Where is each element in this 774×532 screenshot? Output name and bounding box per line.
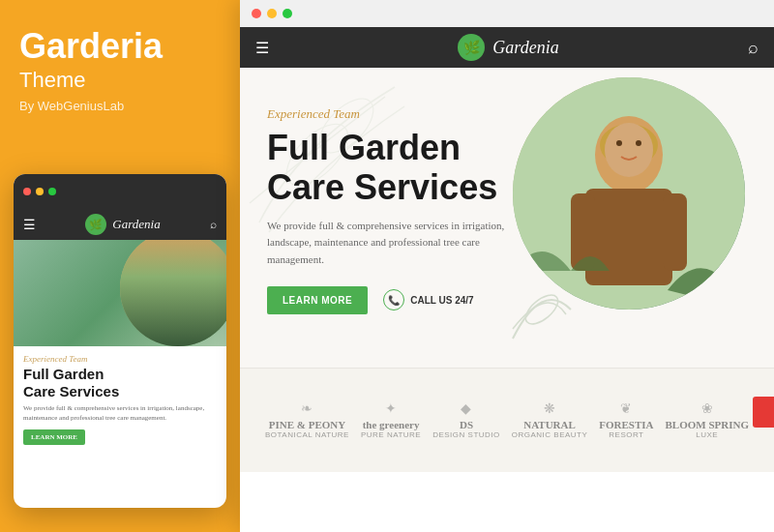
hero-text-area: Experienced Team Full GardenCare Service…: [267, 106, 538, 314]
brand-main-text-1: the greenery: [363, 419, 420, 430]
brand-deco-0: ❧: [301, 400, 313, 417]
hamburger-icon[interactable]: ☰: [23, 217, 36, 233]
hero-paragraph: We provide full & comprehensive services…: [267, 218, 519, 269]
brand-deco-2: ◆: [461, 400, 471, 417]
hero-bottom-leaf: [503, 271, 580, 348]
brand-item-0: ❧ PINE & PEONY BOTANICAL NATURE: [265, 400, 349, 440]
desktop-logo-text: Gardenia: [492, 38, 558, 58]
svg-rect-6: [663, 193, 687, 271]
desktop-dot-green: [283, 9, 292, 18]
person-image: [120, 240, 226, 346]
mobile-mockup: ☰ 🌿 Gardenia ⌕ Experienced Team Full Gar…: [14, 174, 226, 508]
dot-red: [23, 188, 31, 195]
phone-icon: 📞: [383, 289, 404, 310]
red-tab[interactable]: [753, 397, 774, 428]
dot-green: [48, 188, 56, 195]
desktop-hamburger-icon[interactable]: ☰: [255, 39, 269, 57]
brand-main-text-0: PINE & PEONY: [269, 419, 345, 430]
brand-main-text-4: FORESTIA: [599, 419, 653, 430]
search-icon[interactable]: ⌕: [210, 218, 217, 232]
desktop-logo-icon: 🌿: [458, 34, 485, 61]
brand-subtitle: Theme: [19, 68, 221, 93]
mobile-window-dots: [23, 188, 56, 195]
brands-bar: ❧ PINE & PEONY BOTANICAL NATURE ✦ the gr…: [240, 368, 774, 472]
mobile-logo: 🌿 Gardenia: [85, 214, 160, 235]
brand-deco-3: ❋: [544, 400, 555, 417]
svg-point-11: [521, 289, 562, 329]
brand-by: By WebGeniusLab: [19, 99, 221, 113]
svg-point-8: [605, 123, 653, 177]
mobile-logo-text: Gardenia: [112, 217, 160, 232]
brand-main-text-2: DS: [460, 419, 473, 430]
brand-item-3: ❋ NATURAL ORGANIC BEAUTY: [512, 400, 588, 440]
brand-item-5: ❀ BLOOM SPRING LUXE: [666, 400, 749, 440]
learn-more-button[interactable]: LEARN MORE: [267, 286, 368, 314]
brand-main-text-5: BLOOM SPRING: [666, 419, 749, 430]
mobile-hero-circle: [120, 240, 226, 346]
brand-main-text-3: NATURAL: [523, 419, 576, 430]
desktop-mockup: ☰ 🌿 Gardenia ⌕ Experienced Team Full Gar…: [240, 0, 774, 532]
svg-point-10: [636, 140, 641, 146]
call-label: CALL US 24/7: [410, 295, 473, 306]
mobile-logo-icon: 🌿: [85, 214, 106, 235]
brand-deco-5: ❀: [701, 400, 713, 417]
call-button[interactable]: 📞 CALL US 24/7: [383, 289, 473, 310]
mobile-cta-button[interactable]: LEARN MORE: [23, 429, 85, 445]
desktop-dot-yellow: [267, 9, 277, 18]
mobile-experienced-label: Experienced Team: [23, 354, 217, 364]
desktop-search-icon[interactable]: ⌕: [748, 38, 759, 58]
brand-deco-4: ❦: [620, 400, 632, 417]
brand-sub-text-1: PURE NATURE: [361, 430, 421, 440]
hero-buttons: LEARN MORE 📞 CALL US 24/7: [267, 286, 538, 314]
mobile-content: Experienced Team Full GardenCare Service…: [14, 346, 226, 453]
desktop-top-bar: [240, 0, 774, 27]
brand-name: Garderia: [19, 29, 221, 64]
svg-point-9: [616, 140, 622, 146]
brand-item-4: ❦ FORESTIA RESORT: [599, 400, 653, 440]
desktop-nav: ☰ 🌿 Gardenia ⌕: [240, 27, 774, 68]
brand-sub-text-5: LUXE: [696, 430, 718, 440]
mobile-nav: ☰ 🌿 Gardenia ⌕: [14, 209, 226, 240]
brand-sub-text-0: BOTANICAL NATURE: [265, 430, 349, 440]
brand-item-2: ◆ DS DESIGN STUDIO: [432, 400, 500, 440]
mobile-heading: Full GardenCare Services: [23, 366, 217, 400]
hero-experienced-label: Experienced Team: [267, 106, 538, 122]
dot-yellow: [36, 188, 44, 195]
desktop-logo: 🌿 Gardenia: [458, 34, 558, 61]
mobile-hero-image: [14, 240, 226, 346]
left-panel: Garderia Theme By WebGeniusLab ☰ 🌿 Garde…: [0, 0, 240, 532]
desktop-dot-red: [252, 9, 261, 18]
brand-sub-text-2: DESIGN STUDIO: [432, 430, 500, 440]
desktop-hero: Experienced Team Full GardenCare Service…: [240, 68, 774, 368]
hero-heading: Full GardenCare Services: [267, 128, 538, 208]
mobile-top-bar: [14, 174, 226, 209]
brand-sub-text-3: ORGANIC BEAUTY: [512, 430, 588, 440]
brand-sub-text-4: RESORT: [609, 430, 643, 440]
mobile-paragraph: We provide full & comprehensive services…: [23, 404, 217, 424]
brand-deco-1: ✦: [385, 400, 397, 417]
brand-item-1: ✦ the greenery PURE NATURE: [361, 400, 421, 440]
